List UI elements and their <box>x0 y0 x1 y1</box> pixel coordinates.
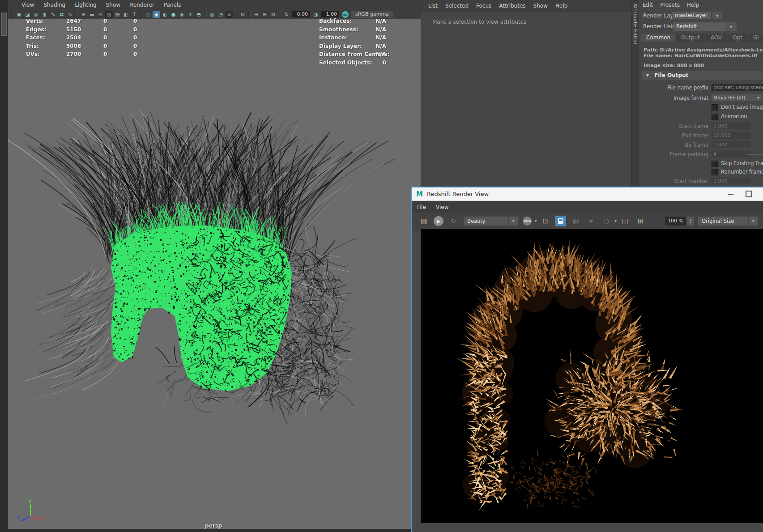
lock-camera-icon[interactable]: ◪ <box>24 11 31 18</box>
colorspace-on-toggle[interactable]: ON <box>342 11 349 18</box>
skip-existing-frames-checkbox[interactable] <box>712 161 718 167</box>
attribute-menu-selected[interactable]: Selected <box>445 3 469 9</box>
grease-pencil-icon[interactable]: ∿ <box>66 11 74 18</box>
attribute-menu-list[interactable]: List <box>428 3 438 9</box>
pan-zoom-icon[interactable]: ⇄ <box>58 11 65 18</box>
attribute-menu-show[interactable]: Show <box>533 3 548 9</box>
wireframe-on-shaded-icon[interactable]: ◈ <box>178 11 186 18</box>
render-layer-select[interactable]: masterLayer <box>672 12 711 19</box>
minimize-button[interactable] <box>722 187 740 200</box>
render-using-select[interactable]: Redshift <box>673 22 725 31</box>
tab-output[interactable]: Output <box>676 34 705 42</box>
zoom-level-field[interactable]: 100 % <box>665 217 686 226</box>
shadows-icon[interactable]: ◓ <box>195 11 203 18</box>
multisample-icon[interactable]: ▪ <box>226 11 233 18</box>
render-using-dropdown-arrow-icon[interactable]: ▾ <box>725 22 737 31</box>
snapshot-slate-icon[interactable]: ▥ <box>418 216 429 226</box>
image-format-select[interactable]: Maya IFF (iff) <box>712 94 754 101</box>
maximize-button[interactable] <box>740 187 758 200</box>
attribute-menu-attributes[interactable]: Attributes <box>499 3 525 9</box>
dropdown-arrow-icon[interactable]: ▾ <box>748 217 758 226</box>
grid-icon[interactable]: ⊞ <box>80 11 87 18</box>
xray-joints-icon[interactable]: ⊞ <box>261 11 269 18</box>
tab-opt[interactable]: Opt <box>728 34 747 42</box>
resolution-gate-icon[interactable]: ⊡ <box>97 11 104 18</box>
safe-title-icon[interactable]: T <box>131 11 138 18</box>
xray-icon[interactable]: ⊟ <box>252 11 260 18</box>
textured-icon[interactable]: ◐ <box>161 11 169 18</box>
gamma-field[interactable]: 1.00 <box>321 11 339 17</box>
aov-select-value[interactable]: Beauty <box>464 217 508 226</box>
animation-checkbox[interactable] <box>712 114 718 120</box>
attribute-menu-help[interactable]: Help <box>555 3 567 9</box>
render-settings-menu-presets[interactable]: Presets <box>660 2 680 8</box>
aov-select[interactable]: Beauty▾ <box>464 217 518 226</box>
dropdown-arrow-icon[interactable]: ▾ <box>508 217 518 226</box>
file-output-section-header[interactable]: ▼ File Output <box>642 71 763 80</box>
restart-render-icon[interactable]: ↻ <box>448 216 459 226</box>
occlusion-icon[interactable]: ◍ <box>209 11 216 18</box>
dont-save-image-checkbox[interactable] <box>712 104 718 111</box>
safe-action-icon[interactable]: ◧ <box>122 11 130 18</box>
view-size-select-value[interactable]: Original Size <box>698 217 748 226</box>
smooth-shade-icon[interactable]: ◆ <box>153 11 160 18</box>
exposure-field[interactable]: 0.00 <box>292 11 310 17</box>
renumber-frames-checkbox[interactable] <box>712 169 718 175</box>
attribute-editor-tab[interactable]: Attribute Editor <box>632 4 638 45</box>
viewport-menu-show[interactable]: Show <box>106 2 120 8</box>
film-gate-icon[interactable]: ▬ <box>88 11 96 18</box>
render-settings-menu-help[interactable]: Help <box>687 2 699 8</box>
exposure-icon[interactable]: ↻ <box>283 11 290 18</box>
rgb-dropdown-arrow-icon[interactable]: ▾ <box>535 219 537 223</box>
image-plane-icon[interactable]: ✎ <box>49 11 57 18</box>
sampling-dropdown-arrow-icon[interactable]: ▾ <box>615 219 617 223</box>
start-frame-field[interactable]: 1.000 <box>712 123 751 129</box>
wireframe-icon[interactable]: ◇ <box>144 11 152 18</box>
tab-gi[interactable]: GI <box>748 34 763 42</box>
camera-attributes-icon[interactable]: ◎ <box>32 11 40 18</box>
sampling-icon[interactable]: ○ <box>601 216 612 226</box>
render-view-menu-view[interactable]: View <box>436 204 448 210</box>
file-name-prefix-field[interactable]: (not set; using scene <box>712 84 763 91</box>
viewport-canvas[interactable] <box>8 0 421 529</box>
image-format-dropdown-arrow-icon[interactable]: ▾ <box>754 94 762 101</box>
end-frame-field[interactable]: 10.000 <box>712 132 751 139</box>
tab-common[interactable]: Common <box>641 34 675 42</box>
bucket-render-icon[interactable]: ▦ <box>571 216 581 226</box>
render-settings-menu-edit[interactable]: Edit <box>643 2 653 8</box>
contrast-icon[interactable]: ◑ <box>312 11 320 18</box>
crop-region-icon[interactable]: ⊡ <box>540 216 551 226</box>
start-render-icon[interactable]: ▶ <box>434 216 443 226</box>
by-frame-field[interactable]: 1.000 <box>712 141 751 148</box>
viewport-menu-shading[interactable]: Shading <box>43 2 65 8</box>
render-view-menu-file[interactable]: File <box>417 204 426 210</box>
snapshot-icon[interactable]: ◫ <box>620 216 631 226</box>
spin-down-icon[interactable]: ▾ <box>690 221 691 224</box>
use-default-material-icon[interactable]: ● <box>170 11 177 18</box>
frame-padding-field[interactable]: 4 <box>712 151 751 157</box>
rgb-channels-icon[interactable]: RGB <box>523 217 532 226</box>
view-size-select[interactable]: Original Size▾ <box>698 217 758 226</box>
add-snapshot-icon[interactable]: ⊞ <box>635 216 646 226</box>
render-layer-dropdown-arrow-icon[interactable]: ▾ <box>712 12 722 19</box>
viewport-menu-renderer[interactable]: Renderer <box>130 2 154 8</box>
field-chart-icon[interactable]: ▤ <box>114 11 121 18</box>
viewport-menu-panels[interactable]: Panels <box>164 2 181 8</box>
start-number-field[interactable]: 1.000 <box>712 178 751 184</box>
gate-mask-icon[interactable]: ▩ <box>105 11 113 18</box>
motion-blur-icon[interactable]: ◔ <box>217 11 225 18</box>
colorspace-label[interactable]: sRGB gamma <box>351 11 393 18</box>
attribute-menu-focus[interactable]: Focus <box>476 3 491 9</box>
viewport-menu-view[interactable]: View <box>21 2 34 8</box>
progressive-render-icon[interactable]: ∗ <box>586 216 597 226</box>
window-titlebar[interactable]: M Redshift Render View <box>412 187 763 201</box>
viewport-menu-lighting[interactable]: Lighting <box>75 2 97 8</box>
select-highlight-icon[interactable]: ⊠ <box>239 11 247 18</box>
bookmark-icon[interactable]: ▮ <box>41 11 48 18</box>
lighting-icon[interactable]: ☀ <box>187 11 194 18</box>
xray-active-icon[interactable]: ⊠ <box>269 11 277 18</box>
lock-region-icon[interactable] <box>555 216 566 226</box>
select-camera-icon[interactable]: ▣ <box>15 11 23 18</box>
tab-aov[interactable]: AOV <box>706 34 727 42</box>
zoom-spinner[interactable]: ▴▾ <box>687 217 694 226</box>
